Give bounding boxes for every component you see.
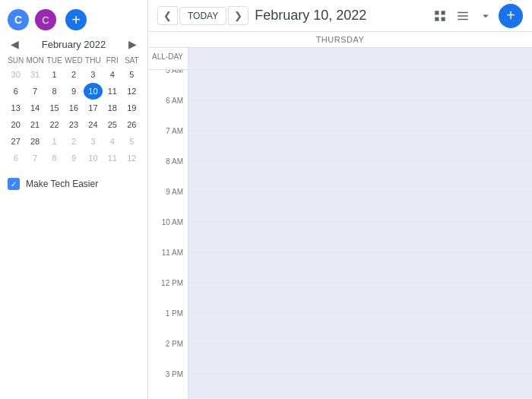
sidebar-top: C C + <box>0 6 147 36</box>
time-cell[interactable] <box>188 344 532 374</box>
allday-row: ALL-DAY <box>148 48 532 70</box>
mini-cal-day[interactable]: 10 <box>84 150 103 166</box>
calendar-checkbox[interactable]: ✓ <box>8 178 20 190</box>
mini-cal-day[interactable]: 12 <box>122 83 141 100</box>
time-cell[interactable] <box>188 70 532 100</box>
time-cell[interactable] <box>188 222 532 252</box>
time-cell[interactable] <box>188 252 532 283</box>
mini-cal-day[interactable]: 7 <box>25 150 44 166</box>
mini-cal-day[interactable]: 11 <box>103 150 122 166</box>
chevron-down-icon <box>479 9 492 23</box>
time-row: 6 AM <box>148 100 532 131</box>
mini-cal-day[interactable]: 26 <box>122 116 141 133</box>
fab-wrapper: + <box>499 4 523 28</box>
mini-cal-day[interactable]: 5 <box>122 66 141 83</box>
time-cell[interactable] <box>188 374 532 399</box>
mini-cal-day[interactable]: 24 <box>84 116 103 133</box>
mini-cal-day[interactable]: 8 <box>45 150 64 166</box>
time-row: 5 AM <box>148 70 532 100</box>
mini-cal-day[interactable]: 25 <box>103 116 122 133</box>
mini-calendar: SUNMONTUEWEDTHUFRISAT 303112345678910111… <box>0 55 147 166</box>
app-logo[interactable]: C <box>8 9 29 30</box>
mini-cal-title: February 2022 <box>42 39 106 50</box>
mini-cal-day[interactable]: 4 <box>103 133 122 150</box>
mini-cal-day[interactable]: 1 <box>45 133 64 150</box>
mini-cal-day[interactable]: 1 <box>45 66 64 83</box>
time-row: 11 AM <box>148 252 532 283</box>
mini-cal-day[interactable]: 28 <box>25 133 44 150</box>
list-view-button[interactable] <box>453 6 473 26</box>
grid-view-button[interactable] <box>430 6 450 26</box>
mini-cal-dow: FRI <box>103 55 122 66</box>
calendar-item[interactable]: ✓ Make Tech Easier <box>8 176 140 192</box>
time-cell[interactable] <box>188 131 532 161</box>
more-options-button[interactable] <box>476 6 496 26</box>
mini-cal-day[interactable]: 8 <box>45 83 64 100</box>
mini-cal-dow: WED <box>64 55 83 66</box>
header-nav: ❮ TODAY ❯ <box>157 6 249 25</box>
mini-cal-day[interactable]: 17 <box>84 100 103 116</box>
time-grid: 5 AM6 AM7 AM8 AM9 AM10 AM11 AM12 PM1 PM2… <box>148 70 532 399</box>
mini-cal-day[interactable]: 3 <box>84 133 103 150</box>
mini-cal-dow: THU <box>84 55 103 66</box>
mini-cal-day[interactable]: 14 <box>25 100 44 116</box>
mini-cal-day[interactable]: 30 <box>6 66 25 83</box>
mini-cal-day[interactable]: 3 <box>84 66 103 83</box>
mini-cal-day[interactable]: 6 <box>6 83 25 100</box>
add-arrow-indicator <box>506 0 515 1</box>
time-cell[interactable] <box>188 313 532 344</box>
mini-cal-day[interactable]: 12 <box>122 150 141 166</box>
sidebar-calendars: ✓ Make Tech Easier <box>0 166 147 192</box>
time-row: 9 AM <box>148 192 532 222</box>
mini-cal-day[interactable]: 27 <box>6 133 25 150</box>
mini-cal-day[interactable]: 18 <box>103 100 122 116</box>
grid-icon <box>433 9 447 23</box>
mini-cal-day[interactable]: 21 <box>25 116 44 133</box>
time-row: 8 AM <box>148 161 532 192</box>
mini-cal-day[interactable]: 9 <box>64 150 83 166</box>
mini-cal-day[interactable]: 6 <box>6 150 25 166</box>
mini-cal-day[interactable]: 5 <box>122 133 141 150</box>
svg-rect-4 <box>458 11 468 13</box>
svg-rect-1 <box>442 11 445 14</box>
allday-label: ALL-DAY <box>148 48 188 69</box>
calendar-name: Make Tech Easier <box>26 179 98 189</box>
mini-cal-day[interactable]: 10 <box>84 83 103 100</box>
mini-cal-next-button[interactable]: ▶ <box>125 36 140 52</box>
svg-rect-3 <box>442 17 445 21</box>
add-calendar-button[interactable]: + <box>65 9 87 30</box>
today-button[interactable]: TODAY <box>179 7 226 25</box>
time-row: 7 AM <box>148 131 532 161</box>
arrow-head <box>506 0 515 1</box>
allday-content[interactable] <box>188 48 532 69</box>
time-row: 12 PM <box>148 283 532 313</box>
mini-cal-day[interactable]: 13 <box>6 100 25 116</box>
mini-cal-day[interactable]: 31 <box>25 66 44 83</box>
time-cell[interactable] <box>188 100 532 131</box>
mini-cal-day[interactable]: 22 <box>45 116 64 133</box>
mini-cal-day[interactable]: 2 <box>64 66 83 83</box>
mini-cal-day[interactable]: 2 <box>64 133 83 150</box>
mini-cal-day[interactable]: 9 <box>64 83 83 100</box>
mini-cal-day[interactable]: 11 <box>103 83 122 100</box>
time-cell[interactable] <box>188 283 532 313</box>
mini-cal-prev-button[interactable]: ◀ <box>8 36 22 52</box>
mini-cal-day[interactable]: 16 <box>64 100 83 116</box>
mini-cal-day[interactable]: 23 <box>64 116 83 133</box>
time-cell[interactable] <box>188 192 532 222</box>
create-event-button[interactable]: + <box>499 4 523 28</box>
time-cell[interactable] <box>188 161 532 192</box>
svg-rect-5 <box>458 15 468 17</box>
mini-cal-day[interactable]: 20 <box>6 116 25 133</box>
prev-button[interactable]: ❮ <box>157 6 178 25</box>
mini-cal-grid: SUNMONTUEWEDTHUFRISAT 303112345678910111… <box>6 55 141 166</box>
main-header: ❮ TODAY ❯ February 10, 2022 <box>148 0 532 32</box>
mini-cal-day[interactable]: 7 <box>25 83 44 100</box>
mini-cal-dow: SUN <box>6 55 25 66</box>
mini-cal-day[interactable]: 4 <box>103 66 122 83</box>
time-row: 1 PM <box>148 313 532 344</box>
mini-cal-day[interactable]: 15 <box>45 100 64 116</box>
next-button[interactable]: ❯ <box>228 6 249 25</box>
avatar[interactable]: C <box>35 9 56 30</box>
mini-cal-day[interactable]: 19 <box>122 100 141 116</box>
